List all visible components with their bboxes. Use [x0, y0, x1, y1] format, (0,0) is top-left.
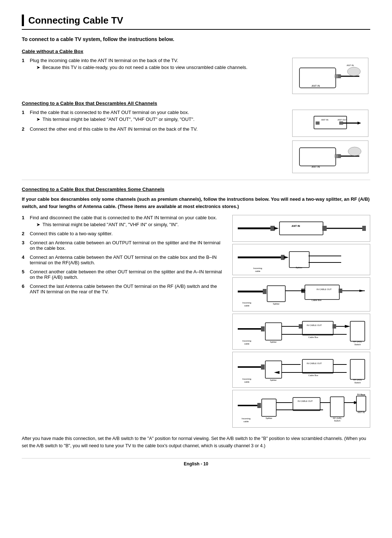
section1-diagrams: ANT IN ANT IN	[290, 58, 370, 94]
section3-diagrams: ANT IN Splitter	[232, 215, 370, 428]
footer-text: After you have made this connection, set…	[22, 435, 370, 449]
diag-s3-6: Incoming cable Splitter IN CABLE OUT	[232, 390, 370, 428]
svg-rect-102	[356, 396, 366, 411]
svg-marker-13	[358, 122, 361, 125]
step-3-6: 6 Connect the last Antenna cable between…	[22, 284, 225, 294]
svg-text:RF (A/B): RF (A/B)	[353, 341, 362, 343]
diag-s3-3: Incoming cable Splitter IN CABLE OUT Cab…	[232, 277, 370, 311]
svg-text:Incoming: Incoming	[242, 340, 251, 342]
svg-text:Incoming: Incoming	[242, 302, 251, 304]
diagram-cablebox-out: ANT IN ANT OUT	[292, 110, 368, 137]
svg-rect-83	[350, 359, 365, 379]
svg-point-19	[335, 154, 338, 158]
section-1: Cable without a Cable Box 1 Plug the inc…	[22, 49, 370, 94]
svg-text:Cable Box: Cable Box	[311, 299, 322, 301]
svg-text:cable: cable	[244, 381, 250, 383]
svg-rect-25	[322, 226, 327, 231]
section-3: Connecting to a Cable Box that Descrambl…	[22, 187, 370, 428]
svg-rect-14	[299, 148, 336, 166]
diagram-tv-ant-in: ANT IN	[292, 140, 368, 173]
diag-s3-1: ANT IN	[232, 215, 370, 242]
svg-text:cable: cable	[255, 270, 261, 272]
section3-warning: If your cable box descrambles only some …	[22, 196, 370, 210]
svg-rect-10	[316, 122, 319, 125]
svg-rect-97	[330, 397, 344, 417]
svg-rect-40	[263, 289, 266, 294]
svg-rect-56	[265, 323, 282, 340]
step-3-5: 5 Connect another cable between the othe…	[22, 269, 225, 280]
step-3-2: 2 Connect this cable to a two-way splitt…	[22, 231, 225, 236]
svg-rect-23	[279, 222, 323, 235]
svg-text:Incoming: Incoming	[242, 417, 250, 420]
diag-s3-5: Incoming cable Splitter IN CABLE OUT Cab…	[232, 352, 370, 388]
svg-rect-11	[339, 122, 343, 125]
svg-text:RF (A/B): RF (A/B)	[333, 417, 341, 419]
svg-text:ANT IN: ANT IN	[347, 64, 354, 66]
svg-marker-30	[284, 256, 289, 259]
svg-text:Splitter: Splitter	[273, 303, 280, 305]
svg-text:IN CABLE OUT: IN CABLE OUT	[307, 324, 322, 326]
step-2-1: 1 Find the cable that is connected to th…	[22, 110, 283, 122]
svg-marker-51	[359, 290, 365, 292]
svg-point-6	[335, 74, 338, 78]
svg-text:cable: cable	[244, 305, 250, 307]
svg-text:ANT IN: ANT IN	[291, 225, 300, 227]
svg-text:Cable Box: Cable Box	[308, 336, 318, 338]
diag-s3-2: Splitter Incoming cable	[232, 244, 370, 275]
svg-text:Splitter: Splitter	[266, 417, 273, 419]
svg-rect-77	[302, 359, 333, 373]
svg-text:Incoming: Incoming	[253, 267, 262, 269]
svg-rect-55	[261, 326, 265, 331]
step-3-3: 3 Connect an Antenna cable between an OU…	[22, 240, 225, 251]
svg-text:ANT IN: ANT IN	[358, 411, 365, 413]
svg-rect-60	[302, 321, 333, 335]
section3-main: 1 Find and disconnect the cable that is …	[22, 215, 370, 428]
svg-marker-65	[345, 325, 350, 328]
svg-rect-27	[362, 226, 366, 231]
svg-text:Splitter: Splitter	[270, 379, 277, 381]
section3-steps: 1 Find and disconnect the cable that is …	[22, 215, 225, 428]
svg-rect-67	[350, 321, 365, 341]
svg-text:ANT IN: ANT IN	[321, 119, 328, 121]
section2-heading: Connecting to a Cable Box that Descrambl…	[22, 101, 370, 106]
step-2-2: 2 Connect the other end of this cable to…	[22, 126, 283, 132]
section-divider	[22, 180, 370, 180]
svg-marker-22	[274, 227, 279, 230]
svg-rect-93	[293, 398, 320, 411]
intro-text: To connect to a cable TV system, follow …	[22, 36, 370, 42]
svg-text:Splitter: Splitter	[296, 266, 303, 269]
svg-text:Splitter: Splitter	[270, 341, 277, 343]
step-3-1: 1 Find and disconnect the cable that is …	[22, 215, 225, 227]
svg-point-18	[348, 147, 361, 156]
step-1-1: 1 Plug the incoming cable into the ANT I…	[22, 58, 283, 70]
section2-diagrams: ANT IN ANT OUT ANT IN	[290, 110, 370, 173]
step-3-4: 4 Connect an Antenna cable between the A…	[22, 254, 225, 265]
page-title: Connecting Cable TV	[22, 15, 370, 30]
svg-text:Cable Box: Cable Box	[308, 374, 318, 376]
svg-text:Switch: Switch	[354, 343, 361, 346]
svg-text:IN CABLE OUT: IN CABLE OUT	[307, 362, 322, 364]
svg-rect-31	[289, 252, 309, 268]
diagram-ant-in: ANT IN ANT IN	[292, 58, 368, 94]
svg-text:cable: cable	[244, 420, 249, 423]
svg-rect-63	[332, 324, 336, 329]
svg-rect-73	[261, 364, 265, 370]
section-2: Connecting to a Cable Box that Descrambl…	[22, 101, 370, 173]
diag-s3-4: Incoming cable Splitter IN CABLE OUT Cab…	[232, 314, 370, 350]
svg-rect-49	[339, 289, 342, 293]
svg-text:IN  CABLE  OUT: IN CABLE OUT	[317, 288, 332, 290]
svg-point-4	[347, 67, 360, 76]
svg-text:Switch: Switch	[354, 382, 361, 384]
svg-text:cable: cable	[244, 343, 250, 345]
svg-rect-59	[299, 324, 302, 329]
page-number: English - 10	[22, 458, 370, 466]
svg-text:Incoming: Incoming	[242, 378, 251, 380]
svg-text:TV Rear: TV Rear	[357, 394, 366, 396]
section3-heading: Connecting to a Cable Box that Descrambl…	[22, 187, 370, 192]
svg-text:Switch: Switch	[334, 420, 340, 422]
svg-rect-90	[262, 399, 276, 416]
svg-text:ANT IN: ANT IN	[312, 85, 320, 87]
svg-rect-74	[265, 361, 282, 378]
svg-text:ANT OUT: ANT OUT	[338, 119, 347, 121]
section1-steps: 1 Plug the incoming cable into the ANT I…	[22, 58, 283, 94]
